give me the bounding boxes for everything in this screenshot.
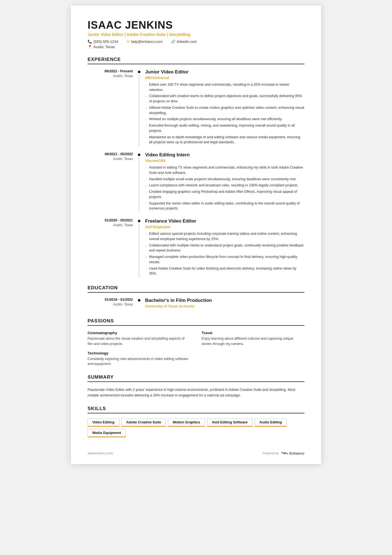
timeline-dot-2 <box>138 154 140 156</box>
skills-title: SKILLS <box>88 406 304 413</box>
bullet-2-5: Supported the senior video editor in aud… <box>145 201 304 211</box>
edu-date-1: 01/2018 - 01/2022 <box>88 298 133 302</box>
skills-grid: Video Editing Adobe Creative Suite Motio… <box>88 418 304 440</box>
passion-name-2: Travel <box>202 331 304 335</box>
email-address: help@enhancv.com <box>131 40 163 44</box>
edu-location-1: Austin, Texas <box>88 302 133 306</box>
bullet-2-4: Created engaging graphics using Photosho… <box>145 189 304 200</box>
experience-entry-3: 01/2020 - 05/2021 Austin, Texas Freelanc… <box>88 218 304 277</box>
skills-section: SKILLS Video Editing Adobe Creative Suit… <box>88 406 304 440</box>
summary-text: Passionate Video Editor with 2 years' ex… <box>88 387 304 398</box>
timeline-line-2 <box>139 157 139 212</box>
bullet-3-1: Edited various special projects includin… <box>145 231 304 242</box>
footer-url: www.enhancv.com <box>88 452 113 455</box>
job-title-3: Freelance Video Editor <box>145 218 304 224</box>
header: ISAAC JENKINS Junior Video Editor | Adob… <box>88 19 304 49</box>
entry-date-2: 06/2021 - 05/2022 <box>88 152 133 156</box>
summary-section: SUMMARY Passionate Video Editor with 2 y… <box>88 374 304 398</box>
skill-adobe-creative-suite: Adobe Creative Suite <box>121 418 166 427</box>
phone-number: (555) 555-1234 <box>93 40 118 44</box>
bullet-list-3: Edited various special projects includin… <box>145 231 304 276</box>
experience-entry-1: 06/2022 - Present Austin, Texas Junior V… <box>88 69 304 146</box>
enhancv-logo: Enhancv <box>281 451 304 456</box>
location-icon: 📍 <box>88 45 92 49</box>
summary-title: SUMMARY <box>88 374 304 382</box>
entry-right-1: Junior Video Editor NBCUniversal Edited … <box>142 69 304 146</box>
skill-motion-graphics: Motion Graphics <box>168 418 205 427</box>
bullet-3-2: Collaborated with multiple clients to un… <box>145 243 304 253</box>
phone-icon: 📞 <box>88 40 92 44</box>
job-title-2: Video Editing Intern <box>145 152 304 158</box>
skill-video-editing: Video Editing <box>88 418 119 427</box>
education-title: EDUCATION <box>88 285 304 293</box>
linkedin-item: 🔗 linkedin.com <box>171 40 197 44</box>
bullet-list-2: Assisted in editing TV show segments and… <box>145 165 304 211</box>
bullet-list-1: Edited over 100 TV show segments and com… <box>145 82 304 145</box>
passion-name-1: Cinematography <box>88 331 190 335</box>
passion-technology: Technology Constantly exploring new adva… <box>88 351 190 367</box>
passions-title: PASSIONS <box>88 318 304 326</box>
entry-divider-1 <box>136 69 142 146</box>
timeline-line-1 <box>139 74 139 146</box>
entry-divider-3 <box>136 218 142 277</box>
entry-location-3: Austin, Texas <box>88 223 133 227</box>
linkedin-icon: 🔗 <box>171 40 175 44</box>
entry-date-3: 01/2020 - 05/2021 <box>88 218 133 222</box>
linkedin-url: linkedin.com <box>177 40 197 44</box>
entry-left-1: 06/2022 - Present Austin, Texas <box>88 69 136 146</box>
passion-desc-3: Constantly exploring new advancements in… <box>88 356 190 367</box>
entry-left-2: 06/2021 - 05/2022 Austin, Texas <box>88 152 136 212</box>
bullet-1-4: Worked on multiple projects simultaneous… <box>145 117 304 122</box>
edu-divider-1 <box>136 298 142 310</box>
enhancv-brand-name: Enhancv <box>289 451 304 455</box>
passion-desc-1: Passionate about the visual creation and… <box>88 336 190 347</box>
bullet-1-2: Collaborated with creative teams to defi… <box>145 93 304 104</box>
education-section: EDUCATION 01/2018 - 01/2022 Austin, Texa… <box>88 285 304 310</box>
entry-location-1: Austin, Texas <box>88 74 133 78</box>
powered-by-label: Powered by <box>263 452 279 455</box>
bullet-2-2: Handled multiple small-scale projects si… <box>145 177 304 182</box>
passion-cinematography: Cinematography Passionate about the visu… <box>88 331 190 347</box>
entry-right-3: Freelance Video Editor Self-Employed Edi… <box>142 218 304 277</box>
phone-item: 📞 (555) 555-1234 <box>88 40 118 44</box>
entry-left-3: 01/2020 - 05/2021 Austin, Texas <box>88 218 136 277</box>
email-icon: ✉ <box>126 40 130 44</box>
timeline-dot-1 <box>138 71 140 73</box>
resume-page: ISAAC JENKINS Junior Video Editor | Adob… <box>71 6 321 464</box>
company-name-3: Self-Employed <box>145 225 304 229</box>
candidate-name: ISAAC JENKINS <box>88 19 304 31</box>
university-name: University of Texas at Austin <box>145 304 304 308</box>
bullet-1-5: Executed thorough audio editing, mixing,… <box>145 123 304 134</box>
passion-travel: Travel Enjoy learning about different cu… <box>202 331 304 347</box>
bullet-2-3: Learnt compliance with network and broad… <box>145 183 304 188</box>
edu-dot-1 <box>138 299 140 302</box>
experience-section: EXPERIENCE 06/2022 - Present Austin, Tex… <box>88 57 304 277</box>
timeline-line-3 <box>139 223 139 277</box>
edu-right-1: Bachelor's in Film Production University… <box>142 298 304 310</box>
bullet-3-4: Used Adobe Creative Suite for video fini… <box>145 266 304 277</box>
experience-title: EXPERIENCE <box>88 57 304 64</box>
footer: www.enhancv.com Powered by Enhancv <box>88 451 304 456</box>
bullet-1-1: Edited over 100 TV show segments and com… <box>145 82 304 93</box>
email-item: ✉ help@enhancv.com <box>126 40 163 44</box>
bullet-3-3: Managed complete video production lifecy… <box>145 254 304 265</box>
skill-avid-editing-software: Avid Editing Software <box>207 418 252 427</box>
company-name-2: ViacomCBS <box>145 159 304 163</box>
footer-powered-by: Powered by Enhancv <box>263 451 304 456</box>
experience-entry-2: 06/2021 - 05/2022 Austin, Texas Video Ed… <box>88 152 304 212</box>
candidate-tagline: Junior Video Editor | Adobe Creative Sui… <box>88 32 304 37</box>
education-entry-1: 01/2018 - 01/2022 Austin, Texas Bachelor… <box>88 298 304 310</box>
location-row: 📍 Austin, Texas <box>88 45 304 49</box>
passions-grid: Cinematography Passionate about the visu… <box>88 331 304 367</box>
passions-section: PASSIONS Cinematography Passionate about… <box>88 318 304 367</box>
passion-name-3: Technology <box>88 351 190 355</box>
entry-location-2: Austin, Texas <box>88 157 133 161</box>
contact-row: 📞 (555) 555-1234 ✉ help@enhancv.com 🔗 li… <box>88 40 304 44</box>
location-text: Austin, Texas <box>93 45 115 49</box>
entry-date-1: 06/2022 - Present <box>88 69 133 73</box>
bullet-2-1: Assisted in editing TV show segments and… <box>145 165 304 176</box>
job-title-1: Junior Video Editor <box>145 69 304 75</box>
bullet-1-3: Utilized Adobe Creative Suite to create … <box>145 105 304 116</box>
entry-right-2: Video Editing Intern ViacomCBS Assisted … <box>142 152 304 212</box>
entry-divider-2 <box>136 152 142 212</box>
